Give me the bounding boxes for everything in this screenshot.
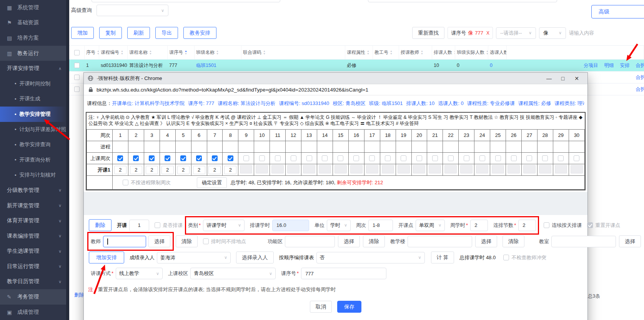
session-hours-input[interactable]: [539, 165, 551, 173]
session-hours-input[interactable]: 2: [130, 166, 142, 174]
course-info-link[interactable]: 校区: 青岛校区: [333, 100, 365, 106]
week-checkbox-cell[interactable]: [223, 153, 238, 164]
course-info-link[interactable]: 课程属性: 必修: [518, 100, 551, 106]
close-icon[interactable]: ✕: [570, 73, 584, 84]
progress-cell[interactable]: [364, 141, 380, 153]
action-link[interactable]: 合拆班: [636, 62, 644, 69]
toolbar-button-0[interactable]: 增加: [71, 27, 94, 39]
column-header-index[interactable]: 序号▲▼: [85, 46, 99, 59]
progress-cell[interactable]: [553, 141, 569, 153]
week-checkbox-cell[interactable]: [348, 153, 364, 164]
toolbar-button-2[interactable]: 刷新: [127, 27, 150, 39]
progress-cell[interactable]: [443, 141, 459, 153]
week-checkbox[interactable]: [542, 155, 548, 161]
week-checkbox[interactable]: [212, 155, 218, 161]
time-only-checkbox[interactable]: 排时间不排地点: [203, 238, 246, 245]
week-checkbox[interactable]: [401, 155, 406, 161]
session-hours-cell[interactable]: [490, 164, 506, 176]
session-hours-input[interactable]: 2: [114, 166, 126, 174]
url-bar[interactable]: bkzhjx.wh.sdu.edu.cn/kkglAction.do?metho…: [84, 84, 587, 95]
sidebar-group[interactable]: 教学日历管理∨: [0, 274, 66, 290]
week-checkbox[interactable]: [228, 155, 233, 161]
sidebar-group[interactable]: 分级教学管理∨: [0, 183, 66, 198]
save-button[interactable]: 保存: [337, 301, 361, 313]
week-checkbox[interactable]: [464, 155, 469, 161]
progress-cell[interactable]: [223, 141, 238, 153]
session-hours-input[interactable]: [492, 165, 504, 173]
sort-desc-icon[interactable]: ▼: [149, 53, 152, 55]
session-hours-input[interactable]: 2: [161, 166, 174, 174]
session-hours-cell[interactable]: 2: [191, 164, 207, 176]
session-hours-input[interactable]: [287, 165, 300, 173]
sidebar-item[interactable]: ✎考务管理: [0, 289, 66, 305]
select-all-checkbox[interactable]: [74, 50, 80, 55]
top-cut-input-1[interactable]: [92, 0, 280, 2]
progress-cell[interactable]: [474, 141, 490, 153]
progress-cell[interactable]: [411, 141, 427, 153]
classroom-select-button[interactable]: 选择: [619, 235, 641, 247]
session-hours-input[interactable]: 2: [177, 166, 190, 174]
session-hours-input[interactable]: [303, 165, 315, 173]
column-header-sched_count[interactable]: 排课人数▲▼: [432, 46, 455, 59]
teacher-clear-button[interactable]: 清除: [176, 235, 198, 247]
advanced-button[interactable]: 高级: [591, 5, 644, 18]
week-checkbox-cell[interactable]: [443, 153, 459, 164]
week-checkbox-cell[interactable]: [474, 153, 490, 164]
sidebar-subitem[interactable]: •安排与计划核对: [0, 168, 66, 183]
session-hours-input[interactable]: [571, 165, 583, 173]
sidebar-subitem[interactable]: •开课生成: [0, 92, 66, 107]
progress-cell[interactable]: [175, 141, 191, 153]
sidebar-item[interactable]: ▦系统管理: [0, 0, 66, 15]
progress-cell[interactable]: [317, 141, 333, 153]
week-checkbox[interactable]: [165, 155, 170, 161]
confirm-weeks-button[interactable]: 确定设置: [197, 177, 227, 188]
arrange-hours-input[interactable]: 16.0: [272, 220, 309, 231]
week-checkbox-cell[interactable]: [317, 153, 333, 164]
cell-class_name[interactable]: 临班1501: [195, 62, 241, 69]
top-cut-input-2[interactable]: [368, 0, 557, 2]
session-hours-cell[interactable]: [443, 164, 459, 176]
session-hours-input[interactable]: [429, 165, 441, 173]
session-hours-input[interactable]: [350, 165, 363, 173]
week-checkbox[interactable]: [133, 155, 139, 161]
action-link[interactable]: 明细: [604, 62, 614, 69]
progress-cell[interactable]: [459, 141, 474, 153]
session-hours-cell[interactable]: [411, 164, 427, 176]
week-checkbox[interactable]: [432, 155, 438, 161]
session-hours-input[interactable]: [413, 165, 425, 173]
course-info-link[interactable]: 课程类别: 理论课 (不含实践): [554, 100, 584, 106]
session-hours-cell[interactable]: [474, 164, 490, 176]
week-checkbox[interactable]: [322, 155, 328, 161]
consecutive-input[interactable]: 2: [518, 220, 536, 231]
sidebar-group[interactable]: 日常运行管理∨: [0, 259, 66, 274]
week-checkbox-cell[interactable]: [380, 153, 396, 164]
function-area-input[interactable]: [285, 236, 335, 247]
week-checkbox-cell[interactable]: [191, 153, 207, 164]
week-checkbox-cell[interactable]: [113, 153, 128, 164]
sort-desc-icon[interactable]: ▼: [216, 53, 219, 55]
unit-select[interactable]: 学时∨: [327, 220, 351, 231]
sidebar-subitem[interactable]: •开课时间控制: [0, 76, 66, 92]
course-info-link[interactable]: 课程名称: 算法设计与分析: [218, 100, 275, 106]
week-checkbox-cell[interactable]: [553, 153, 569, 164]
row-checkbox[interactable]: [74, 87, 80, 92]
sort-desc-icon[interactable]: ▼: [185, 53, 187, 55]
sort-desc-icon[interactable]: ▼: [121, 53, 123, 55]
building-select-button[interactable]: 选择: [475, 235, 497, 247]
week-checkbox[interactable]: [338, 155, 343, 161]
session-hours-cell[interactable]: [348, 164, 364, 176]
progress-cell[interactable]: [521, 141, 537, 153]
week-checkbox-cell[interactable]: [490, 153, 506, 164]
sidebar-subitem[interactable]: •开课查询分析: [0, 152, 66, 168]
week-checkbox-cell[interactable]: [286, 153, 301, 164]
session-hours-cell[interactable]: [333, 164, 348, 176]
session-hours-cell[interactable]: [569, 164, 584, 176]
week-checkbox[interactable]: [275, 155, 281, 161]
session-hours-cell[interactable]: 2: [207, 164, 223, 176]
progress-cell[interactable]: [427, 141, 443, 153]
toolbar-button-4[interactable]: 教务安排: [183, 27, 216, 39]
week-checkbox-cell[interactable]: [427, 153, 443, 164]
session-hours-cell[interactable]: [537, 164, 553, 176]
session-hours-input[interactable]: [508, 165, 520, 173]
advanced-query-select[interactable]: ∨: [97, 5, 168, 16]
